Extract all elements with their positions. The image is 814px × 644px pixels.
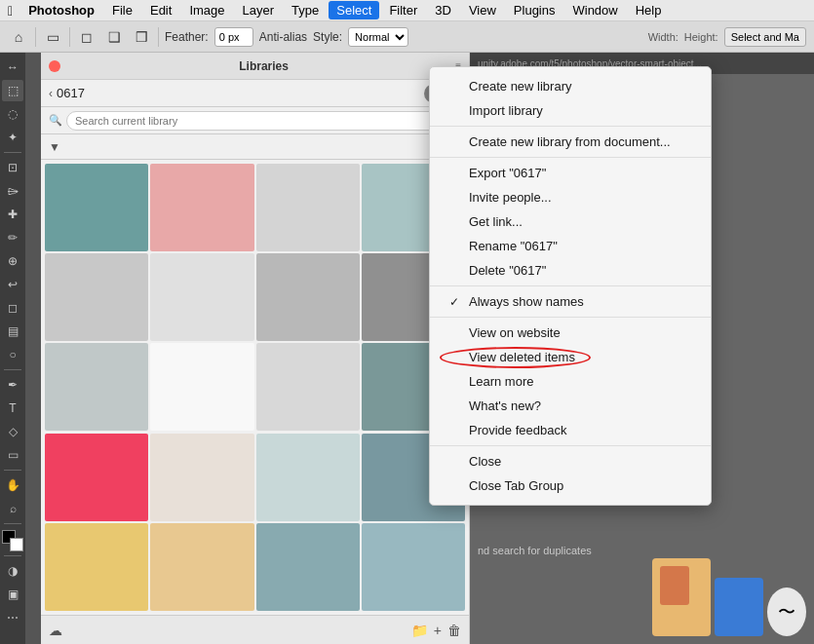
paste-icon[interactable]: ❒ [131, 26, 152, 48]
dropdown-item[interactable]: What's new? [430, 394, 711, 418]
shape-tool[interactable]: ▭ [2, 444, 23, 466]
dropdown-item[interactable]: Get link... [430, 209, 711, 234]
more-tools-icon[interactable]: ⋯ [2, 607, 23, 628]
eraser-tool[interactable]: ◻ [2, 297, 23, 319]
marquee-rect-icon[interactable]: ▭ [42, 26, 63, 48]
color-swatch[interactable] [45, 523, 148, 611]
dropdown-item[interactable]: Create new library [430, 74, 711, 98]
dropdown-item[interactable]: Delete "0617" [430, 258, 711, 283]
dropdown-item[interactable]: Create new library from document... [430, 130, 711, 154]
style-label: Style: [313, 30, 342, 44]
color-swatch[interactable] [45, 253, 148, 341]
magic-wand-tool[interactable]: ✦ [2, 127, 23, 148]
dropdown-item[interactable]: Import library [430, 98, 711, 123]
background-color[interactable] [10, 538, 23, 551]
menu-window[interactable]: Window [564, 1, 625, 19]
color-swatch[interactable] [256, 523, 360, 611]
screen-mode-icon[interactable]: ▣ [2, 584, 23, 605]
color-swatch[interactable] [150, 523, 253, 611]
swatch-blue [715, 578, 763, 636]
eyedropper-tool[interactable]: ⌲ [2, 180, 23, 202]
pen-tool[interactable]: ✒ [2, 374, 23, 396]
dropdown-item[interactable]: Invite people... [430, 185, 711, 209]
color-swatch[interactable] [45, 434, 148, 521]
filter-icon[interactable]: ▼ [49, 140, 60, 154]
dropdown-group-5: CloseClose Tab Group [430, 446, 711, 501]
gradient-tool[interactable]: ▤ [2, 321, 23, 342]
dropdown-item[interactable]: ✓Always show names [430, 289, 711, 314]
dropdown-item[interactable]: Rename "0617" [430, 234, 711, 258]
copy-icon[interactable]: ❑ [103, 26, 125, 48]
dropdown-item[interactable]: Export "0617" [430, 161, 711, 185]
apple-menu[interactable]:  [8, 3, 13, 19]
zoom-tool[interactable]: ⌕ [2, 498, 23, 519]
folder-icon[interactable]: 📁 [411, 623, 428, 638]
stamp-tool[interactable]: ⊕ [2, 250, 23, 272]
cloud-icon[interactable]: ☁ [49, 623, 62, 638]
color-swatch[interactable] [45, 343, 148, 431]
menu-type[interactable]: Type [284, 1, 327, 19]
lasso-tool[interactable]: ◌ [2, 103, 23, 125]
color-swatch[interactable] [362, 523, 465, 611]
dropdown-item[interactable]: Close [430, 449, 711, 474]
color-swatch[interactable] [256, 164, 360, 251]
libraries-panel: Libraries ≡ ‹ 0617 U ⋯ 🔍 ▼ ≡ ⊞ ☁ 📁 + 🗑 [41, 53, 470, 644]
dropdown-item[interactable]: Provide feedback [430, 418, 711, 442]
search-input[interactable] [66, 111, 461, 131]
toolbox: ↔ ⬚ ◌ ✦ ⊡ ⌲ ✚ ✏ ⊕ ↩ ◻ ▤ ○ ✒ T ◇ ▭ ✋ ⌕ ◑ … [0, 53, 25, 644]
delete-icon[interactable]: 🗑 [447, 623, 461, 638]
dropdown-item[interactable]: View on website [430, 321, 711, 345]
dropdown-item[interactable]: Close Tab Group [430, 474, 711, 498]
menu-layer[interactable]: Layer [235, 1, 283, 19]
dropdown-item-label: Provide feedback [469, 423, 566, 437]
color-swatch[interactable] [256, 253, 360, 341]
menu-file[interactable]: File [104, 1, 140, 19]
menu-view[interactable]: View [461, 1, 504, 19]
select-and-mask-button[interactable]: Select and Ma [724, 27, 806, 47]
dropdown-item-label: View deleted items [469, 350, 575, 364]
color-swatch[interactable] [256, 343, 360, 431]
path-tool[interactable]: ◇ [2, 421, 23, 442]
cc-bottom-area: nd search for duplicates 〜 [470, 527, 814, 644]
crop-tool[interactable]: ⊡ [2, 157, 23, 178]
color-swatch[interactable] [45, 164, 148, 251]
feather-input[interactable] [214, 27, 253, 47]
color-picker[interactable] [2, 530, 23, 551]
menu-edit[interactable]: Edit [142, 1, 179, 19]
menu-plugins[interactable]: Plugins [506, 1, 563, 19]
swatch-wave: 〜 [767, 587, 806, 636]
dropdown-item-label: What's new? [469, 398, 541, 413]
style-select[interactable]: Normal [348, 27, 408, 47]
menu-3d[interactable]: 3D [427, 1, 459, 19]
new-doc-icon[interactable]: ◻ [76, 26, 97, 48]
color-swatch[interactable] [256, 434, 360, 521]
color-swatch[interactable] [150, 434, 253, 521]
home-icon[interactable]: ⌂ [8, 26, 29, 48]
dropdown-item[interactable]: Learn more [430, 369, 711, 394]
color-swatch[interactable] [150, 253, 253, 341]
back-button[interactable]: ‹ [49, 87, 53, 100]
menu-image[interactable]: Image [181, 1, 232, 19]
menu-filter[interactable]: Filter [381, 1, 425, 19]
menu-select[interactable]: Select [329, 1, 379, 19]
text-tool[interactable]: T [2, 398, 23, 419]
dodge-tool[interactable]: ○ [2, 344, 23, 365]
dropdown-item-label: Create new library from document... [469, 134, 671, 149]
hand-tool[interactable]: ✋ [2, 474, 23, 496]
quick-mask-icon[interactable]: ◑ [2, 560, 23, 582]
color-swatch[interactable] [150, 343, 253, 431]
panel-close-button[interactable] [49, 60, 60, 72]
dropdown-item-label: Invite people... [469, 190, 552, 205]
history-tool[interactable]: ↩ [2, 274, 23, 295]
swatch-orange [652, 558, 711, 636]
color-swatch[interactable] [150, 164, 253, 251]
menu-help[interactable]: Help [628, 1, 670, 19]
app-name[interactable]: Photoshop [20, 1, 102, 19]
add-icon[interactable]: + [434, 623, 442, 638]
marquee-tool[interactable]: ⬚ [2, 80, 23, 101]
move-tool[interactable]: ↔ [2, 57, 23, 78]
heal-tool[interactable]: ✚ [2, 204, 23, 225]
panel-nav-bar: ‹ 0617 U ⋯ [41, 80, 469, 107]
dropdown-item[interactable]: View deleted items [430, 345, 711, 369]
brush-tool[interactable]: ✏ [2, 227, 23, 248]
